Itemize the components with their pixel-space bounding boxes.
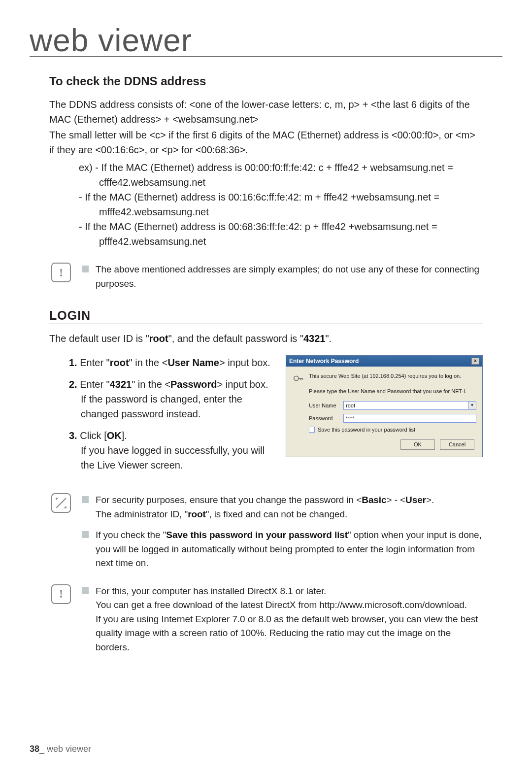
ok-button[interactable]: OK — [400, 439, 435, 450]
bullet-icon — [82, 587, 89, 594]
step-2: 2. Enter "4321" in the <Password> input … — [69, 377, 274, 421]
security-note: For security purposes, ensure that you c… — [96, 493, 483, 521]
bullet-icon — [82, 496, 89, 503]
username-field[interactable] — [343, 401, 468, 410]
bullet-icon — [82, 531, 89, 538]
page-footer: 38_ web viewer — [30, 744, 91, 754]
password-label: Password — [309, 415, 343, 421]
password-field[interactable] — [343, 414, 476, 423]
caution-icon: ! — [51, 263, 71, 282]
login-heading: LOGIN — [49, 308, 483, 324]
login-intro: The default user ID is "root", and the d… — [49, 333, 483, 344]
step-1: 1. Enter "root" in the <User Name> input… — [69, 355, 274, 370]
ddns-desc-2: The small letter will be <c> if the firs… — [49, 128, 483, 157]
svg-point-0 — [294, 376, 299, 380]
cancel-button[interactable]: Cancel — [440, 439, 474, 450]
page-title: web viewer — [30, 25, 502, 57]
save-password-checkbox[interactable] — [309, 427, 315, 433]
close-icon[interactable]: × — [471, 358, 479, 365]
chevron-down-icon[interactable]: ▼ — [468, 401, 476, 410]
save-password-label: Save this password in your password list — [318, 427, 415, 433]
save-password-note: If you check the "Save this password in … — [96, 528, 483, 571]
ddns-heading: To check the DDNS address — [49, 74, 483, 88]
example-1: ex) - If the MAC (Ethernet) address is 0… — [49, 160, 483, 190]
step-3: 3. Click [OK]. If you have logged in suc… — [69, 428, 274, 472]
ddns-desc-1: The DDNS address consists of: <one of th… — [49, 97, 483, 127]
bullet-icon — [82, 266, 89, 272]
caution-icon: ! — [51, 584, 71, 604]
caution-text-1: The above mentioned addresses are simply… — [96, 263, 483, 291]
example-3: - If the MAC (Ethernet) address is 00:68… — [49, 219, 483, 249]
note-icon — [51, 493, 71, 513]
login-dialog: Enter Network Password × This secure Web… — [286, 355, 483, 457]
dialog-message-2: Please type the User Name and Password t… — [309, 388, 476, 394]
directx-note: For this, your computer has installed Di… — [96, 584, 483, 655]
example-2: - If the MAC (Ethernet) address is 00:16… — [49, 190, 483, 219]
key-icon — [292, 372, 304, 384]
username-label: User Name — [309, 403, 343, 408]
dialog-message-1: This secure Web Site (at 192.168.0.254) … — [309, 372, 476, 384]
dialog-title: Enter Network Password — [289, 358, 359, 365]
